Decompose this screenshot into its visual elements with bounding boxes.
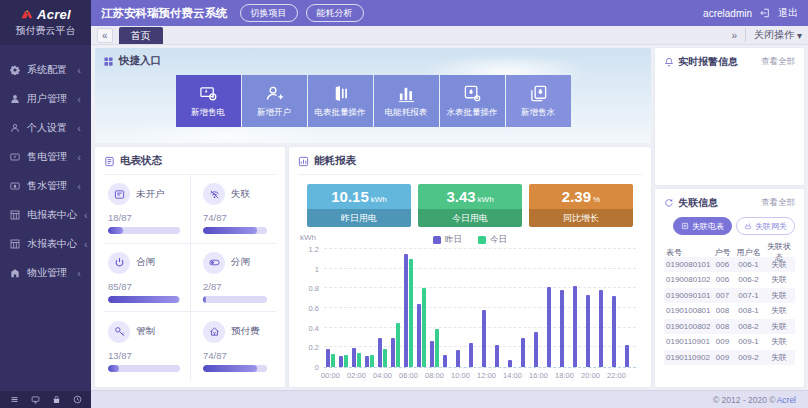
bar-group [506,249,519,367]
water-batch-icon [463,84,482,103]
bar-group [376,249,389,367]
energy-stat-card: 10.15kWh昨日用电 [307,184,411,227]
bar-group [493,249,506,367]
tab-offline-gateways[interactable]: 失联网关 [736,217,795,235]
offline-tabs: 失联电表失联网关 [664,217,795,235]
quick-button-water-batch[interactable]: 水表批量操作 [440,75,505,127]
chart-plot-area: 00.20.40.60.811.2 [324,249,636,368]
stat-unit: kWh [478,195,494,204]
content-column: 快捷入口 新增售电新增开户电表批量操作电能耗报表水表批量操作新增售水 电表状态 … [95,48,651,387]
meter-status-cell: 合闸85/87 [104,243,190,312]
electric-card-icon [10,152,20,162]
sidebar-item-water-card[interactable]: 售水管理‹ [0,171,91,200]
chevron-left-icon: ‹ [77,64,81,76]
energy-stats-row: 10.15kWh昨日用电3.43kWh今日用电2.39%同比增长 [298,184,642,227]
status-label: 合闸 [136,256,155,269]
quick-button-add-account[interactable]: 新增开户 [242,75,307,127]
sidebar-item-gear[interactable]: 系统配置‹ [0,55,91,84]
table-header-row: 表号户号用户名失联状态 [664,241,795,257]
bar-group [584,249,597,367]
collapse-tabs-button[interactable]: « [97,28,113,43]
table-cell: 0190100801 [666,306,713,315]
status-count: 85/87 [108,281,184,292]
chart-legend: 昨日今日 [433,234,507,246]
quick-button-sell-electric[interactable]: 新增售电 [176,75,241,127]
chevron-left-icon: ‹ [84,209,88,221]
chevron-left-icon: ‹ [84,238,88,250]
sidebar-item-label: 水报表中心 [27,237,77,251]
status-count: 2/87 [203,281,270,292]
quick-entry-icon [103,56,114,67]
offline-icon [203,183,225,205]
sidebar-item-water-report[interactable]: 水报表中心‹ [0,229,91,258]
quick-buttons-row: 新增售电新增开户电表批量操作电能耗报表水表批量操作新增售水 [103,75,643,127]
status-progress-bar [108,365,180,372]
meter-status-title: 电表状态 [104,154,276,175]
sidebar-item-person[interactable]: 个人设置‹ [0,113,91,142]
table-cell: 0190080101 [666,260,713,269]
stat-label: 今日用电 [418,209,522,227]
energy-analysis-button[interactable]: 能耗分析 [306,4,364,22]
sidebar-item-user[interactable]: 用户管理‹ [0,84,91,113]
status-progress-bar [108,227,180,234]
stat-label: 同比增长 [529,209,633,227]
bar-group [428,249,441,367]
switch-off-icon [203,252,225,274]
quick-button-electric-batch[interactable]: 电表批量操作 [308,75,373,127]
sidebar-item-electric-card[interactable]: 售电管理‹ [0,142,91,171]
bar-group [571,249,584,367]
prepaid-icon [203,321,225,343]
sidebar-item-property[interactable]: 物业管理‹ [0,258,91,287]
table-cell: 0190110901 [666,337,713,346]
table-cell: 007-1 [732,291,765,300]
username[interactable]: acreladmin [703,8,752,19]
status-progress-bar [108,296,180,303]
table-header-cell: 表号 [666,247,713,258]
chart-bars [324,249,636,367]
sidebar-item-electric-report[interactable]: 电报表中心‹ [0,200,91,229]
y-tick-label: 0.2 [309,343,319,352]
table-cell: 008-1 [732,306,765,315]
status-count: 74/87 [203,350,270,361]
logo-text: Acrel [37,7,71,22]
table-cell: 009 [713,337,732,346]
x-tick-label: 12:00 [477,371,496,380]
bar-group [350,249,363,367]
menu-icon[interactable] [10,395,19,404]
alarm-view-all-link[interactable]: 查看全部 [761,56,795,68]
close-operations-dropdown[interactable]: 关闭操作▾ [745,28,802,42]
chevron-left-icon: ‹ [77,180,81,192]
quick-button-energy-chart[interactable]: 电能耗报表 [374,75,439,127]
lock-icon[interactable] [52,395,61,404]
monitor-icon[interactable] [31,395,40,404]
quick-button-label: 新增开户 [257,107,291,119]
table-cell: 008 [713,322,732,331]
offline-view-all-link[interactable]: 查看全部 [761,197,795,209]
switch-project-button[interactable]: 切换项目 [240,4,298,22]
table-cell: 失联 [765,274,793,285]
table-cell: 006-2 [732,275,765,284]
expand-tabs-button[interactable]: » [729,30,739,41]
stat-label: 昨日用电 [307,209,411,227]
x-tick-label: 06:00 [399,371,418,380]
tab-offline-meters[interactable]: 失联电表 [673,217,732,235]
quick-entry-title-text: 快捷入口 [119,54,161,68]
stat-unit: % [593,195,600,204]
water-report-icon [10,239,20,249]
stat-unit: kWh [371,195,387,204]
tab-bar: « 首页 » 关闭操作▾ [91,26,808,45]
y-tick-label: 0.8 [309,284,319,293]
right-column: 实时报警信息 查看全部 失联信息 查看全部 失联电表失联网关 表号户号用户名失联… [655,48,804,387]
offline-info-icon [664,198,674,208]
footer-brand-link[interactable]: Acrel [777,395,796,405]
tab-home[interactable]: 首页 [119,27,163,44]
chevron-left-icon: ‹ [77,151,81,163]
meter-status-cell: 分闸2/87 [190,243,276,312]
bar-group [597,249,610,367]
logout-button[interactable]: 退出 [778,6,798,20]
sidebar: Acrel 预付费云平台 系统配置‹用户管理‹个人设置‹售电管理‹售水管理‹电报… [0,0,91,408]
clock-icon[interactable] [73,395,82,404]
meter-status-cell: 管制13/87 [104,311,190,380]
quick-button-sell-water[interactable]: 新增售水 [506,75,571,127]
table-row: 0190080101006006-1失联 [664,257,795,273]
